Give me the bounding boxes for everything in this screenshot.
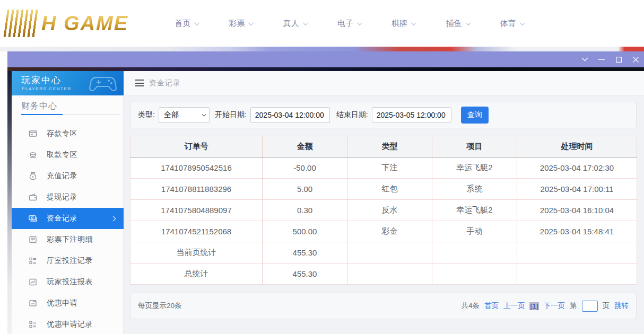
minimize-icon[interactable] <box>597 55 606 64</box>
logo-text: H GAME <box>41 12 128 35</box>
window-titlebar[interactable] <box>7 51 644 67</box>
current-page-indicator: [1] <box>529 302 538 310</box>
report-chart-icon <box>29 278 37 286</box>
chevron-down-icon <box>202 112 206 116</box>
checklist-icon <box>29 320 37 329</box>
sidebar-header: 玩家中心 PLAYERS CENTER <box>12 71 124 95</box>
logo-bars-icon <box>3 10 40 37</box>
sidebar: 玩家中心 PLAYERS CENTER 财务中心 <box>12 71 124 334</box>
withdraw-icon <box>29 151 37 159</box>
total-count-text: 共4条 <box>461 301 480 311</box>
jump-prefix-label: 第 <box>570 301 577 311</box>
nav-item-fishing[interactable]: 捕鱼 <box>446 19 469 29</box>
main-content: 资金记录 类型: 全部 开始日期: 结束日期: 查询 <box>124 71 644 334</box>
sidebar-item-player-bet-report[interactable]: 玩家投注报表 <box>12 271 124 293</box>
nav-item-live[interactable]: 真人 <box>283 19 307 29</box>
window-left-edge <box>7 71 12 334</box>
end-date-input[interactable] <box>372 107 451 123</box>
nav-item-slots[interactable]: 电子 <box>337 19 361 29</box>
sidebar-item-lottery-bet-detail[interactable]: 彩票下注明细 <box>12 229 124 250</box>
filter-bar: 类型: 全部 开始日期: 结束日期: 查询 <box>130 102 637 128</box>
pagination-bar: 每页显示20条 共4条 首页 上一页 [1] 下一页 第 页 跳转 <box>130 293 637 319</box>
table-row-grand-total: 总统计455.30 <box>130 263 637 285</box>
type-select[interactable]: 全部 <box>159 107 210 123</box>
search-button[interactable]: 查询 <box>461 107 489 124</box>
page-size-text: 每页显示20条 <box>138 301 182 311</box>
window-top-shadow <box>7 67 644 71</box>
sidebar-menu: 存款专区 取款专区 充值记录 <box>12 123 124 334</box>
sidebar-item-deposit-zone[interactable]: 存款专区 <box>12 123 124 144</box>
chevron-right-icon <box>111 216 116 221</box>
prev-page-link[interactable]: 上一页 <box>503 301 525 311</box>
gamepad-icon <box>89 73 118 92</box>
sidebar-item-hall-bet-record[interactable]: 厅室投注记录 <box>12 250 124 271</box>
window-body: 玩家中心 PLAYERS CENTER 财务中心 <box>7 71 644 334</box>
money-bag-icon <box>29 172 37 180</box>
col-amount: 金额 <box>263 136 347 157</box>
nav-item-lottery[interactable]: 彩票 <box>229 19 252 29</box>
menu-toggle-icon[interactable] <box>135 80 144 86</box>
maximize-icon[interactable] <box>614 55 623 64</box>
next-page-link[interactable]: 下一页 <box>544 301 565 311</box>
site-header: H GAME 首页 彩票 真人 电子 棋牌 捕鱼 体育 <box>0 0 644 47</box>
chevron-down-icon <box>411 20 416 25</box>
col-type: 类型 <box>347 136 432 157</box>
table-row: 1741074521152068500.00彩金手动2025-03-04 15:… <box>130 221 637 242</box>
background-banner-strip <box>0 47 644 51</box>
chevron-down-icon <box>194 20 199 25</box>
sidebar-divider-accent <box>21 114 63 115</box>
nav-item-cards[interactable]: 棋牌 <box>391 19 415 29</box>
page-title: 资金记录 <box>149 78 181 88</box>
logo-dots-icon <box>14 12 15 13</box>
table-row-page-total: 当前页统计455.30 <box>130 242 637 263</box>
chevron-down-icon <box>520 20 525 25</box>
table-row: 17410788118832965.00红包系统2025-03-04 17:00… <box>130 179 637 200</box>
wallet-icon <box>29 193 37 201</box>
deposit-icon <box>29 129 37 138</box>
collapse-icon[interactable] <box>580 55 589 64</box>
table-row: 17410758048890970.30反水幸运飞艇22025-03-04 16… <box>130 200 637 221</box>
nav-item-home[interactable]: 首页 <box>175 19 198 29</box>
chevron-down-icon <box>303 20 308 25</box>
sidebar-item-recharge-record[interactable]: 充值记录 <box>12 165 124 187</box>
end-date-label: 结束日期: <box>336 110 368 120</box>
start-date-label: 开始日期: <box>215 110 247 120</box>
page: H GAME 首页 彩票 真人 电子 棋牌 捕鱼 体育 <box>0 0 644 334</box>
jump-suffix-label: 页 <box>603 301 610 311</box>
breadcrumb-bar: 资金记录 <box>124 71 644 95</box>
coupon-icon <box>29 299 37 307</box>
first-page-link[interactable]: 首页 <box>484 301 499 311</box>
banknotes-icon <box>29 214 37 223</box>
col-order-id: 订单号 <box>130 136 263 157</box>
document-list-icon <box>29 235 37 244</box>
close-icon[interactable] <box>631 55 640 64</box>
jump-button[interactable]: 跳转 <box>614 301 629 311</box>
chevron-down-icon <box>466 20 471 25</box>
checklist-icon <box>29 257 37 265</box>
sidebar-item-withdrawal-record[interactable]: 提现记录 <box>12 187 124 208</box>
page-jump-input[interactable] <box>582 301 598 312</box>
chevron-down-icon <box>248 20 254 25</box>
sidebar-subtitle: PLAYERS CENTER <box>22 86 72 91</box>
main-nav: 首页 彩票 真人 电子 棋牌 捕鱼 体育 <box>159 0 539 47</box>
sidebar-section-title: 财务中心 <box>21 101 57 112</box>
type-select-value: 全部 <box>164 110 179 120</box>
pagination-controls: 共4条 首页 上一页 [1] 下一页 第 页 跳转 <box>461 301 629 312</box>
logo[interactable]: H GAME <box>5 6 154 40</box>
sidebar-item-withdraw-zone[interactable]: 取款专区 <box>12 144 124 165</box>
chevron-down-icon <box>357 20 362 25</box>
nav-item-sports[interactable]: 体育 <box>500 19 524 29</box>
sidebar-item-promo-apply[interactable]: 优惠申请 <box>12 293 124 314</box>
sidebar-item-funds-record[interactable]: 资金记录 <box>12 208 124 229</box>
start-date-input[interactable] <box>250 107 330 123</box>
sidebar-title: 玩家中心 <box>21 74 62 86</box>
table-header-row: 订单号 金额 类型 项目 处理时间 <box>130 136 637 157</box>
col-project: 项目 <box>432 136 517 157</box>
col-processed-time: 处理时间 <box>517 136 637 157</box>
funds-record-table: 订单号 金额 类型 项目 处理时间 1741078950542516-50.00… <box>130 136 637 285</box>
window-controls <box>580 51 640 67</box>
sidebar-item-promo-apply-record[interactable]: 优惠申请记录 <box>12 314 124 334</box>
type-label: 类型: <box>138 110 155 120</box>
table-row: 1741078950542516-50.00下注幸运飞艇22025-03-04 … <box>130 157 637 179</box>
player-center-window: 玩家中心 PLAYERS CENTER 财务中心 <box>7 51 644 334</box>
